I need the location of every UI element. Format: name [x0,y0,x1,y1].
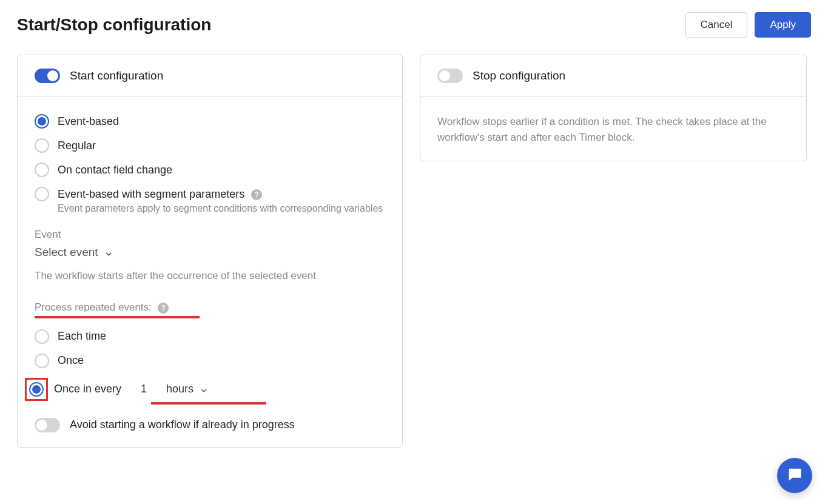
avoid-row: Avoid starting a workflow if already in … [35,418,385,432]
start-panel-body: Event-based Regular On contact field cha… [18,97,402,447]
columns: Start configuration Event-based Regular … [17,55,811,448]
radio-label: Event-based [58,115,119,128]
avoid-toggle[interactable] [35,418,60,432]
start-toggle[interactable] [35,69,60,83]
radio-icon [35,354,49,368]
repeat-number-input[interactable] [127,383,160,396]
event-hint: The workflow starts after the occurrence… [35,269,385,283]
help-icon[interactable]: ? [158,303,169,314]
radio-label: Regular [58,139,96,152]
radio-once[interactable]: Once [35,354,385,368]
repeat-unit-select[interactable]: hours [166,383,208,395]
radio-icon [35,163,49,177]
radio-label: Event-based with segment parameters ? [58,188,262,201]
radio-once-every[interactable] [29,382,44,397]
event-field-label: Event [35,229,385,241]
repeat-label: Process repeated events: [35,301,152,314]
radio-regular[interactable]: Regular [35,138,385,153]
radio-label: Each time [58,330,106,343]
annotation-underline [151,402,266,405]
radio-icon [35,114,49,129]
radio-label: Once [58,354,84,367]
stop-toggle[interactable] [437,69,463,83]
event-select-value: Select event [35,246,98,259]
radio-icon [29,382,44,397]
page-title: Start/Stop configuration [17,15,211,35]
start-panel: Start configuration Event-based Regular … [17,55,403,448]
button-row: Cancel Apply [685,12,811,38]
annotation-underline [35,316,200,318]
radio-icon [35,138,49,153]
chevron-down-icon [200,385,208,394]
chevron-down-icon [104,248,113,257]
start-title: Start configuration [70,69,163,82]
chat-button[interactable] [777,458,812,460]
radio-event-seg[interactable]: Event-based with segment parameters ? [35,187,385,201]
radio-icon [35,187,49,201]
apply-button[interactable]: Apply [755,12,811,38]
annotation-red-box [25,378,48,401]
repeat-unit-value: hours [166,383,194,395]
radio-once-every-row: Once in every hours [25,378,385,401]
radio-event-seg-help: Event parameters apply to segment condit… [58,201,385,215]
avoid-label: Avoid starting a workflow if already in … [70,418,295,431]
radio-label: On contact field change [58,164,172,176]
radio-icon [35,329,49,344]
radio-label: Once in every [54,383,121,395]
radio-event-based[interactable]: Event-based [35,114,385,129]
stop-hint: Workflow stops earlier if a condition is… [437,114,789,146]
event-select[interactable]: Select event [35,246,113,259]
radio-on-change[interactable]: On contact field change [35,163,385,177]
cancel-button[interactable]: Cancel [685,12,748,38]
stop-panel-header: Stop configuration [420,55,806,97]
stop-panel: Stop configuration Workflow stops earlie… [420,55,807,161]
stop-panel-body: Workflow stops earlier if a condition is… [420,97,806,161]
radio-each-time[interactable]: Each time [35,329,385,344]
help-icon[interactable]: ? [251,189,262,200]
header: Start/Stop configuration Cancel Apply [17,12,811,38]
stop-title: Stop configuration [473,69,565,82]
start-panel-header: Start configuration [18,55,402,97]
